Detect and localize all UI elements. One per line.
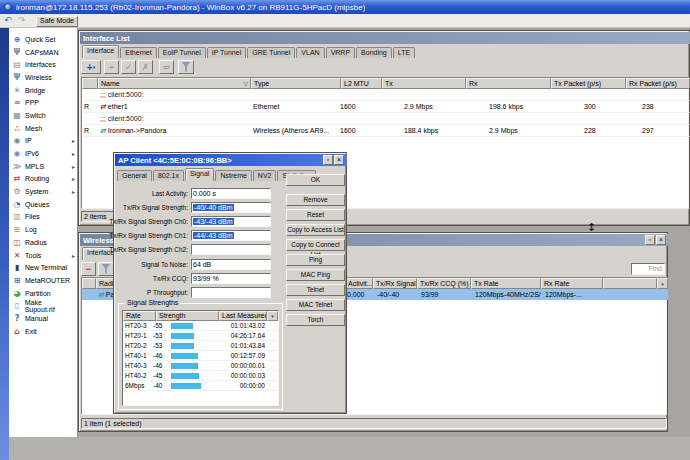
wireless-remove-button[interactable]: − [81,262,96,276]
sidebar-item-quick-set[interactable]: ⊕Quick Set [9,33,77,46]
wireless-filter-button[interactable] [98,262,114,276]
p-throughput-field[interactable] [191,287,271,298]
sidebar-item-ipv6[interactable]: ◉IPv6▸ [9,147,77,160]
signal-row[interactable]: HT40-1 -46 00:12:57.09 [123,351,278,361]
sidebar-item-routing[interactable]: ⇄Routing▸ [9,173,77,186]
sidebar-item-interfaces[interactable]: ▤Interfaces [9,58,77,71]
sidebar-item-ppp[interactable]: ∞PPP [9,96,77,109]
sidebar-item-bridge[interactable]: ✳Bridge [9,84,77,97]
tab-ip-tunnel[interactable]: IP Tunnel [207,47,246,58]
col-strength[interactable]: Strength [156,311,219,321]
column-selector-button[interactable]: ▾ [657,278,668,289]
remove-button[interactable]: − [104,60,119,74]
signal-row[interactable]: HT40-3 -46 00:00:00.01 [123,361,278,371]
ping-button[interactable]: Ping [286,254,345,266]
table-row[interactable]: ;;; client:5000: [82,113,690,125]
filter-button[interactable] [178,60,194,74]
tab-vlan[interactable]: VLAN [296,47,324,58]
sidebar-item-new-terminal[interactable]: ▮New Terminal [9,261,77,274]
signal-row[interactable]: HT40-2 -45 00:00:00.03 [123,371,278,381]
ok-button[interactable]: OK [286,174,345,186]
sidebar-item-mesh[interactable]: ∴Mesh [9,122,77,135]
signal-row[interactable]: HT20-2 -53 01:01:43.84 [123,341,278,351]
wireless-close-button[interactable]: × [656,235,666,245]
torch-button[interactable]: Torch [286,314,345,326]
signal-row[interactable]: HT20-3 -55 01:01:43.02 [123,321,278,331]
col-flag[interactable] [82,278,96,289]
sidebar-item-manual[interactable]: ?Manual [9,312,77,325]
sidebar-item-log[interactable]: ≡Log [9,223,77,236]
sidebar-item-radius[interactable]: ◫Radius [9,236,77,249]
tab-bonding[interactable]: Bonding [356,47,392,58]
sidebar-item-wireless[interactable]: ΨWireless [9,71,77,84]
col-flag[interactable] [82,78,98,89]
col-name[interactable]: Name ▽ [98,78,251,89]
copy-to-access-list-button[interactable]: Copy to Access List [286,224,345,236]
signal-strength-ch2-field[interactable] [191,244,271,255]
add-button[interactable]: + ▾ [81,60,101,74]
signal-row[interactable]: 6Mbps -40 00:00:00 [123,381,278,391]
column-selector-button[interactable]: ▾ [267,311,278,321]
mac-ping-button[interactable]: MAC Ping [286,269,345,281]
col-activity[interactable]: Activit... [345,278,373,289]
sidebar-item-partition[interactable]: ◕Partition [9,287,77,300]
tab-gre-tunnel[interactable]: GRE Tunnel [247,47,295,58]
col-rx-rate[interactable]: Rx Rate [541,278,603,289]
sidebar-item-system[interactable]: ⚙System▸ [9,185,77,198]
col-last-measured[interactable]: Last Measured [219,311,267,321]
tab-vrrp[interactable]: VRRP [326,47,355,58]
signal-strength-field[interactable]: -40/-40 dBm [191,202,271,213]
tab-8021x[interactable]: 802.1x [153,170,184,181]
ap-client-titlebar[interactable]: AP Client <4C:5E:0C:0B:96:BB> [115,154,347,166]
reset-button[interactable]: Reset [286,209,345,221]
tab-ethernet[interactable]: Ethernet [120,47,156,58]
sidebar-item-metarouter[interactable]: ⊞MetaROUTER [9,274,77,287]
table-row[interactable]: R ⇄ Ironman->Pandora Wireless (Atheros A… [82,125,690,137]
dialog-close-button[interactable]: × [334,155,344,165]
interface-list-titlebar[interactable]: Interface List [80,32,690,44]
sidebar-item-tools[interactable]: ✕Tools▸ [9,249,77,262]
sidebar-item-exit[interactable]: ⌂Exit [9,325,77,338]
col-tx-rate[interactable]: Tx Rate [471,278,541,289]
tab-lte[interactable]: LTE [393,47,415,58]
col-tx-packet[interactable]: Tx Packet (p/s) [551,78,626,89]
disable-button[interactable]: ✗ [138,60,153,74]
col-ccq[interactable]: Tx/Rx CCQ (%) [417,278,471,289]
safe-mode-button[interactable]: Safe Mode [36,16,78,27]
tab-general[interactable]: General [117,170,152,181]
sidebar-item-files[interactable]: ▥Files [9,211,77,224]
telnet-button[interactable]: Telnet [286,284,345,296]
comment-button[interactable]: ▭ [159,60,174,74]
signal-to-noise-field[interactable]: 64 dB [191,259,271,270]
sidebar-item-make-supout[interactable]: ▯Make Supout.rif [9,299,77,312]
col-tx[interactable]: Tx [382,78,466,89]
col-rx-packet[interactable]: Rx Packet (p/s) [626,78,690,89]
wireless-restore-button[interactable]: ▫ [645,235,655,245]
col-type[interactable]: Type [251,78,341,89]
sidebar-item-queues[interactable]: ◔Queues [9,198,77,211]
undo-icon[interactable]: ↶ [4,15,12,26]
last-activity-field[interactable]: 0.000 s [191,188,271,199]
signal-row[interactable]: HT20-1 -53 04:26:17.64 [123,331,278,341]
signal-strength-ch0-field[interactable]: -43/-43 dBm [191,216,271,227]
tab-signal[interactable]: Signal [185,168,214,181]
sidebar-item-capsman[interactable]: ΨCAPsMAN [9,46,77,59]
redo-icon[interactable]: ↷ [18,15,26,26]
dialog-restore-button[interactable]: ▫ [323,155,333,165]
remove-button[interactable]: Remove [286,194,345,206]
app-titlebar[interactable]: ironman@172.18.115.253 (Rb02-Ironman-Pan… [0,0,690,14]
find-input[interactable]: Find [631,263,665,275]
sidebar-item-switch[interactable]: ▦Switch [9,109,77,122]
signal-strength-ch1-field[interactable]: -44/-43 dBm [191,230,271,241]
sidebar-item-mpls[interactable]: ≫MPLS▸ [9,160,77,173]
tab-nstreme[interactable]: Nstreme [215,170,251,181]
table-row[interactable]: R ⇄ ether1 Ethernet 1600 2.9 Mbps 198.6 … [82,101,690,113]
col-l2mtu[interactable]: L2 MTU [341,78,382,89]
copy-to-connect-list-button[interactable]: Copy to Connect List [286,239,345,251]
col-rate[interactable]: Rate [123,311,156,321]
tab-nv2[interactable]: NV2 [253,170,277,181]
table-row[interactable]: ;;; client:5000: [82,89,690,101]
enable-button[interactable]: ✓ [121,60,136,74]
ccq-field[interactable]: 93/99 % [191,273,271,284]
col-signal[interactable]: Tx/Rx Signal ... [373,278,417,289]
